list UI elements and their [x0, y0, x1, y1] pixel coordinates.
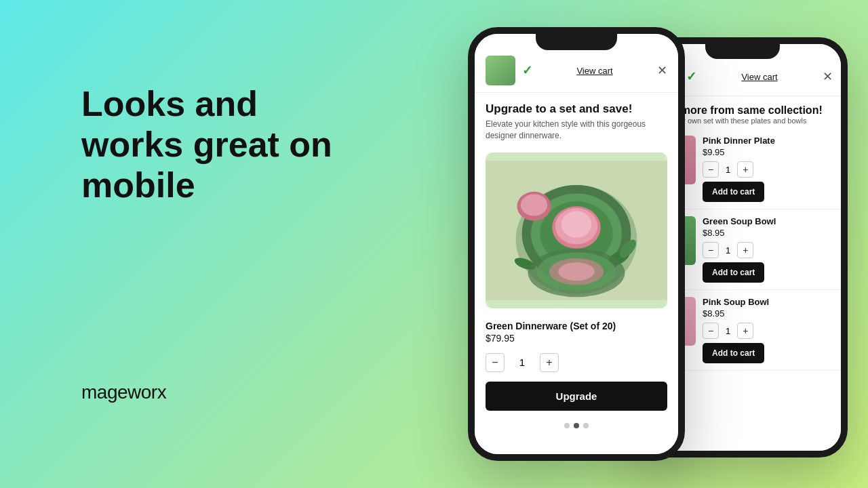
back-view-cart-link[interactable]: View cart: [703, 72, 816, 82]
green-bowl-minus-btn[interactable]: −: [703, 242, 719, 258]
pink-plate-details: Pink Dinner Plate $9.95 − 1 + Add to car…: [703, 136, 833, 202]
pink-plate-qty-row: − 1 +: [703, 161, 833, 178]
product-image-svg: [486, 152, 667, 308]
front-close-icon[interactable]: ✕: [657, 64, 667, 77]
front-view-cart-link[interactable]: View cart: [539, 66, 650, 76]
front-toast-image: [486, 56, 515, 85]
green-bowl-add-btn[interactable]: Add to cart: [703, 262, 764, 283]
front-plus-btn[interactable]: +: [540, 353, 559, 372]
green-bowl-qty-row: − 1 +: [703, 242, 833, 258]
svg-point-7: [561, 211, 592, 237]
green-bowl-price: $8.95: [703, 228, 833, 238]
left-section: Looks and works great on mobile mageworx: [81, 84, 366, 403]
pink-bowl-minus-btn[interactable]: −: [703, 323, 719, 339]
pink-bowl-plus-btn[interactable]: +: [737, 323, 753, 339]
svg-point-16: [558, 262, 595, 281]
brand-logo: mageworx: [81, 382, 366, 404]
pink-bowl-qty: 1: [726, 326, 730, 336]
product-image-wrap: [486, 152, 667, 308]
pink-plate-qty: 1: [726, 165, 730, 175]
pink-bowl-name: Pink Soup Bowl: [703, 297, 833, 307]
pink-bowl-qty-row: − 1 +: [703, 323, 833, 339]
dot-3: [583, 423, 589, 428]
pink-plate-name: Pink Dinner Plate: [703, 136, 833, 146]
dot-2: [574, 423, 579, 428]
upsell-header: Upgrade to a set and save! Elevate your …: [475, 93, 678, 147]
pink-plate-plus-btn[interactable]: +: [737, 161, 753, 178]
upsell-title: Upgrade to a set and save!: [486, 102, 667, 116]
headline: Looks and works great on mobile: [81, 84, 366, 205]
product-info: Green Dinnerware (Set of 20) $79.95: [475, 314, 678, 348]
phone-front: ✓ View cart ✕ Upgrade to a set and save!…: [468, 27, 685, 461]
back-check-icon: ✓: [686, 69, 696, 84]
pink-plate-minus-btn[interactable]: −: [703, 161, 719, 178]
phones-container: ✓ View cart ✕ Grab more from same collec…: [380, 0, 868, 488]
front-qty-val: 1: [515, 357, 529, 368]
front-toast-thumb: [486, 56, 515, 85]
front-check-icon: ✓: [522, 63, 532, 78]
dot-1: [564, 423, 570, 428]
green-bowl-plus-btn[interactable]: +: [737, 242, 753, 258]
back-close-icon[interactable]: ✕: [823, 70, 833, 83]
upsell-subtitle: Elevate your kitchen style with this gor…: [486, 119, 667, 142]
pink-bowl-details: Pink Soup Bowl $8.95 − 1 + Add to cart: [703, 297, 833, 363]
green-bowl-details: Green Soup Bowl $8.95 − 1 + Add to cart: [703, 216, 833, 283]
front-phone-notch: [536, 34, 617, 50]
pink-bowl-add-btn[interactable]: Add to cart: [703, 343, 764, 363]
svg-point-9: [521, 194, 547, 216]
pink-plate-add-btn[interactable]: Add to cart: [703, 182, 764, 202]
back-phone-notch: [705, 44, 780, 59]
green-bowl-qty: 1: [726, 245, 730, 256]
upgrade-button[interactable]: Upgrade: [486, 382, 667, 411]
pink-bowl-price: $8.95: [703, 308, 833, 319]
product-name: Green Dinnerware (Set of 20): [486, 321, 667, 331]
product-price: $79.95: [486, 333, 667, 344]
pink-plate-price: $9.95: [703, 147, 833, 157]
front-phone-screen: ✓ View cart ✕ Upgrade to a set and save!…: [475, 34, 678, 454]
carousel-dots: [475, 418, 678, 434]
green-bowl-name: Green Soup Bowl: [703, 216, 833, 226]
quantity-row: − 1 +: [475, 348, 678, 378]
front-minus-btn[interactable]: −: [486, 353, 505, 372]
